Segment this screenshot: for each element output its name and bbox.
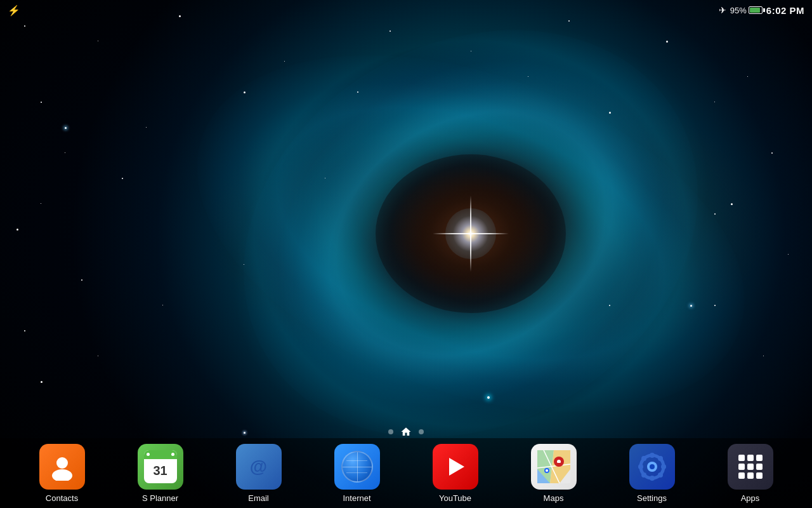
battery-percent: 95% — [730, 6, 747, 15]
svg-point-16 — [638, 464, 643, 469]
status-bar: ⚡ ✈ 95% 6:02 PM — [0, 0, 812, 20]
usb-icon: ⚡ — [8, 4, 20, 17]
splanner-icon[interactable]: 31 — [138, 444, 183, 490]
airplane-icon: ✈ — [719, 5, 726, 15]
svg-point-19 — [658, 456, 663, 461]
app-maps[interactable]: Maps — [516, 444, 592, 503]
calendar-inner: 31 — [144, 450, 177, 483]
svg-point-20 — [641, 472, 646, 478]
apps-label: Apps — [741, 493, 760, 503]
home-button-indicator[interactable] — [400, 425, 412, 438]
email-label: Email — [248, 493, 269, 503]
calendar-header — [144, 450, 177, 459]
svg-point-12 — [546, 469, 548, 472]
status-right-icons: ✈ 95% 6:02 PM — [719, 5, 804, 16]
page-dot-1[interactable] — [388, 429, 393, 434]
svg-point-14 — [650, 453, 655, 458]
contacts-icon[interactable] — [39, 444, 85, 490]
status-left-icons: ⚡ — [8, 4, 20, 17]
app-email[interactable]: @ Email — [221, 444, 297, 503]
svg-point-1 — [52, 469, 72, 481]
page-dot-2[interactable] — [419, 429, 424, 434]
battery-icon — [749, 6, 763, 14]
globe-graphic — [341, 451, 373, 483]
email-icon[interactable]: @ — [236, 444, 282, 490]
apps-grid-dots — [735, 451, 766, 483]
contacts-label: Contacts — [46, 493, 78, 503]
app-contacts[interactable]: Contacts — [24, 444, 100, 503]
svg-point-17 — [661, 464, 666, 469]
maps-svg — [537, 450, 570, 483]
dock: Contacts 31 S Planner @ Email — [0, 438, 812, 508]
battery-fill — [750, 8, 760, 13]
app-internet[interactable]: Internet — [319, 444, 395, 503]
maps-label: Maps — [544, 493, 564, 503]
settings-gear-svg — [638, 452, 667, 481]
internet-label: Internet — [343, 493, 370, 503]
app-settings[interactable]: Settings — [614, 444, 690, 503]
svg-point-21 — [658, 472, 663, 478]
settings-icon[interactable] — [629, 444, 675, 490]
app-youtube[interactable]: YouTube — [417, 444, 494, 503]
splanner-label: S Planner — [142, 493, 178, 503]
email-at-sign: @ — [250, 457, 267, 477]
svg-point-23 — [650, 464, 655, 469]
youtube-icon[interactable] — [433, 444, 478, 490]
youtube-play-button — [449, 458, 464, 476]
battery-container: 95% — [730, 6, 763, 15]
page-indicators — [388, 425, 424, 438]
internet-icon[interactable] — [334, 444, 380, 490]
apps-grid-icon[interactable] — [728, 444, 773, 490]
svg-point-0 — [56, 457, 68, 469]
calendar-date: 31 — [153, 464, 167, 478]
maps-icon[interactable] — [531, 444, 577, 490]
settings-label: Settings — [637, 493, 667, 503]
app-apps[interactable]: Apps — [712, 444, 789, 503]
youtube-label: YouTube — [439, 493, 471, 503]
app-splanner[interactable]: 31 S Planner — [122, 444, 199, 503]
clock: 6:02 PM — [766, 5, 804, 16]
svg-point-18 — [641, 456, 646, 461]
calendar-body: 31 — [144, 459, 177, 483]
svg-point-15 — [650, 476, 655, 481]
